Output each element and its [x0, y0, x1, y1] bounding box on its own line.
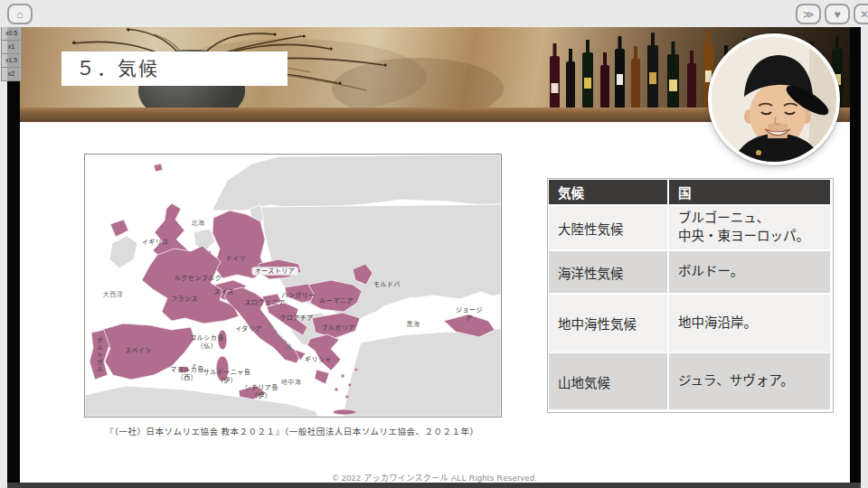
- forward-icon: ≫: [803, 8, 815, 21]
- climate-table: 気候 国 大陸性気候 ブルゴーニュ、 中央・東ヨーロッパ。 海洋性気候 ボルドー…: [547, 178, 832, 411]
- map-label: サルデーニャ島 （伊）: [203, 368, 251, 384]
- heart-icon: ♥: [834, 8, 840, 21]
- table-row: 大陸性気候 ブルゴーニュ、 中央・東ヨーロッパ。: [548, 205, 831, 250]
- map-label: スペイン: [125, 346, 152, 354]
- speed-option-1.5x[interactable]: x1.5: [1, 54, 22, 68]
- map-label: ポルトガル: [95, 337, 103, 373]
- table-row: 山地気候 ジュラ、サヴォア。: [548, 352, 831, 410]
- close-icon: ✕: [860, 8, 868, 21]
- map-label: コルシカ島 （仏）: [190, 333, 224, 350]
- map-label: オーストリア: [252, 267, 298, 275]
- player-chrome-bar: ⌂ ≫ ♥ ✕: [0, 0, 868, 27]
- map-label: スロヴェニア: [245, 298, 286, 306]
- map-label: 大西洋: [103, 290, 124, 298]
- speed-option-0.5x[interactable]: x0.5: [1, 27, 22, 41]
- table-row: 海洋性気候 ボルドー。: [548, 250, 831, 294]
- forward-button[interactable]: ≫: [796, 4, 821, 24]
- climate-cell: 海洋性気候: [548, 250, 668, 294]
- table-row: 地中海性気候 地中海沿岸。: [548, 294, 831, 352]
- map-label: フランス: [171, 295, 198, 303]
- map-label: ルーマニア: [319, 296, 354, 305]
- map-label: ルクセンブルク: [175, 274, 222, 282]
- map-label: スイス: [214, 287, 234, 296]
- map-label: イギリス: [142, 238, 169, 246]
- climate-cell: 地中海性気候: [548, 294, 668, 352]
- map-source-caption: 『（一社）日本ソムリエ協会 教本２０２１』（一般社団法人日本ソムリエ協会、２０２…: [20, 425, 564, 437]
- map-label: 地中海: [281, 378, 302, 386]
- home-icon: ⌂: [16, 8, 23, 21]
- climate-cell: 大陸性気候: [548, 205, 668, 250]
- map-label: ジョージア: [454, 305, 486, 322]
- map-label: ブルガリア: [321, 324, 354, 332]
- europe-climate-map: 北海 大西洋 黒海 アドリア海 地中海 イギリス ドイツ オーストリア ルクセン…: [84, 154, 502, 418]
- map-label: クロアチア: [279, 314, 313, 322]
- copyright-footer: © 2022 アッカワインスクール ALL Rights Reserved.: [20, 472, 850, 483]
- map-label: モルドバ: [373, 280, 401, 288]
- climate-cell: 山地気候: [548, 352, 668, 410]
- page-title: ５．気候: [61, 52, 288, 86]
- table-header-climate: 気候: [548, 179, 668, 205]
- presenter-webcam: [708, 33, 840, 165]
- map-label: ハンガリー: [281, 291, 316, 299]
- close-button[interactable]: ✕: [854, 4, 868, 24]
- home-button[interactable]: ⌂: [7, 4, 33, 24]
- map-label-text: オーストリア: [252, 267, 298, 275]
- speed-option-2x[interactable]: x2: [1, 68, 22, 81]
- region-cell: ブルゴーニュ、 中央・東ヨーロッパ。: [668, 205, 831, 250]
- speed-option-1x[interactable]: x1: [1, 41, 22, 54]
- page-title-text: ５．気候: [76, 58, 159, 79]
- map-label: 北海: [192, 219, 205, 227]
- map-label: イタリア: [235, 324, 262, 333]
- table-header-country: 国: [668, 179, 831, 205]
- screen: { "chrome": { "icons": { "home": "⌂", "f…: [0, 0, 868, 488]
- table-header-row: 気候 国: [548, 179, 831, 205]
- favorite-button[interactable]: ♥: [825, 4, 850, 24]
- map-label: マヨルカ島 （西）: [170, 365, 203, 381]
- region-cell: ジュラ、サヴォア。: [668, 352, 831, 410]
- map-label: シチリア島 （伊）: [244, 383, 278, 399]
- region-cell: 地中海沿岸。: [668, 294, 831, 352]
- player-progress-bar[interactable]: [7, 483, 861, 488]
- map-label: 黒海: [407, 320, 420, 328]
- map-label: ドイツ: [226, 254, 247, 262]
- map-label: ギリシャ: [305, 355, 332, 363]
- region-cell: ボルドー。: [668, 250, 831, 294]
